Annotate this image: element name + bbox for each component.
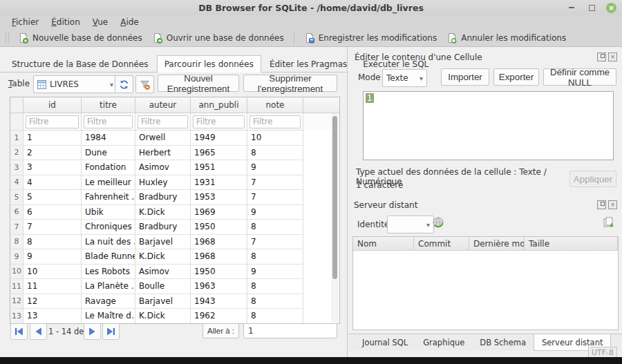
- cell[interactable]: 10: [23, 265, 82, 280]
- cell[interactable]: 1984: [82, 131, 135, 146]
- cell[interactable]: 7: [247, 175, 303, 191]
- cell[interactable]: 8: [23, 235, 82, 250]
- table-row[interactable]: 8 8 La nuit des … Barjavel 1968 7: [10, 235, 339, 250]
- cell[interactable]: 8: [247, 309, 303, 324]
- cell[interactable]: 1951: [191, 160, 247, 175]
- panel-splitter[interactable]: [347, 46, 348, 357]
- corner-header[interactable]: [10, 97, 23, 113]
- menu-vue[interactable]: Vue: [86, 16, 114, 28]
- cell[interactable]: Blade Runner: [82, 249, 135, 265]
- cell[interactable]: 7: [23, 220, 82, 235]
- column-header-note[interactable]: note: [247, 97, 303, 113]
- cell[interactable]: Dune: [82, 146, 135, 161]
- cell[interactable]: 7: [247, 235, 303, 250]
- table-row[interactable]: 11 11 La Planète … Boulle 1963 8: [10, 279, 339, 294]
- tab-edit-pragmas[interactable]: Éditer les Pragmas: [262, 55, 355, 73]
- cell[interactable]: Boulle: [135, 279, 191, 294]
- remote-column-taille[interactable]: Taille: [525, 237, 618, 250]
- scrollbar-thumb[interactable]: [332, 116, 337, 279]
- float-dock-icon[interactable]: [597, 52, 606, 61]
- cell[interactable]: Le Maître d…: [82, 309, 135, 324]
- cell[interactable]: Fondation: [82, 160, 135, 175]
- cell[interactable]: 1963: [191, 279, 247, 294]
- cell[interactable]: Ravage: [82, 294, 135, 309]
- cell[interactable]: Asimov: [135, 160, 191, 175]
- apply-button[interactable]: Appliquer: [569, 171, 616, 187]
- cell-content-editor[interactable]: 1: [363, 91, 614, 160]
- cell[interactable]: 1950: [191, 265, 247, 280]
- cell[interactable]: 1965: [191, 146, 247, 161]
- close-button[interactable]: ×: [606, 3, 616, 13]
- menu-edition[interactable]: Édition: [45, 16, 86, 28]
- cell[interactable]: 11: [23, 279, 82, 294]
- grid-vertical-scrollbar[interactable]: [331, 113, 339, 323]
- cell[interactable]: Chroniques …: [82, 220, 135, 235]
- cell[interactable]: 1949: [191, 131, 247, 146]
- table-row[interactable]: 2 2 Dune Herbert 1965 8: [10, 146, 339, 161]
- cell[interactable]: Orwell: [135, 131, 191, 146]
- remote-column-nom[interactable]: Nom: [353, 237, 414, 250]
- float-dock-icon[interactable]: [597, 200, 606, 209]
- toolbar-drag-handle[interactable]: [6, 32, 9, 43]
- cell[interactable]: 4: [23, 175, 82, 191]
- goto-page-input[interactable]: 1: [243, 323, 337, 338]
- table-selector[interactable]: LIVRES ▾: [33, 75, 117, 93]
- cell[interactable]: La Planète …: [82, 279, 135, 294]
- import-button[interactable]: Importer: [441, 68, 489, 86]
- cell[interactable]: Barjavel: [135, 294, 191, 309]
- delete-record-button[interactable]: Supprimer l'enregistrement: [243, 75, 337, 92]
- cell[interactable]: Herbert: [135, 146, 191, 161]
- cell[interactable]: 1969: [191, 205, 247, 220]
- minimize-button[interactable]: [566, 2, 577, 13]
- cell[interactable]: 13: [23, 309, 82, 324]
- table-row[interactable]: 6 6 Ubik K.Dick 1969 9: [10, 205, 339, 220]
- filter-input-ann-publi[interactable]: [193, 115, 245, 128]
- goto-page-button[interactable]: Aller à :: [202, 323, 239, 338]
- cell[interactable]: 2: [23, 146, 82, 161]
- cell[interactable]: Bradbury: [135, 190, 191, 205]
- refresh-button[interactable]: [115, 75, 133, 93]
- column-header-auteur[interactable]: auteur: [135, 97, 191, 113]
- menu-fichier[interactable]: Fichier: [6, 16, 45, 28]
- cell[interactable]: 8: [247, 146, 303, 161]
- cell[interactable]: 8: [247, 279, 303, 294]
- table-row[interactable]: 5 5 Fahrenheit … Bradbury 1953 7: [10, 190, 339, 205]
- cell[interactable]: Le meilleur …: [82, 175, 135, 191]
- cell[interactable]: 3: [23, 160, 82, 175]
- cell[interactable]: 7: [247, 190, 303, 205]
- clear-filters-button[interactable]: [135, 75, 154, 93]
- cell[interactable]: 6: [23, 205, 82, 220]
- column-header-titre[interactable]: titre: [82, 97, 135, 113]
- cell[interactable]: 9: [23, 249, 82, 265]
- cell[interactable]: 8: [247, 249, 303, 265]
- column-header-id[interactable]: id: [23, 97, 82, 113]
- new-database-button[interactable]: Nouvelle base de données: [13, 31, 147, 45]
- cell[interactable]: Ubik: [82, 205, 135, 220]
- close-dock-icon[interactable]: ×: [608, 200, 617, 209]
- cell[interactable]: 1: [23, 131, 82, 146]
- column-header-ann-publi[interactable]: ann_publi: [191, 97, 247, 113]
- cell[interactable]: 8: [247, 220, 303, 235]
- close-dock-icon[interactable]: ×: [608, 52, 617, 61]
- revert-changes-button[interactable]: Annuler les modifications: [442, 31, 571, 45]
- filter-input-note[interactable]: [249, 115, 301, 128]
- next-page-button[interactable]: [84, 323, 101, 340]
- set-null-button[interactable]: Définir comme NULL: [543, 68, 616, 86]
- cell[interactable]: K.Dick: [135, 205, 191, 220]
- cell[interactable]: Les Robots: [82, 265, 135, 280]
- menu-aide[interactable]: Aide: [114, 16, 145, 28]
- cell[interactable]: K.Dick: [135, 309, 191, 324]
- cell[interactable]: Fahrenheit …: [82, 190, 135, 205]
- table-row[interactable]: 7 7 Chroniques … Bradbury 1950 8: [10, 220, 339, 235]
- titlebar[interactable]: DB Browser for SQLite - /home/david/db_l…: [0, 0, 622, 16]
- cell[interactable]: Huxley: [135, 175, 191, 191]
- cell[interactable]: 8: [247, 294, 303, 309]
- cell[interactable]: 1962: [191, 309, 247, 324]
- cell[interactable]: Barjavel: [135, 235, 191, 250]
- cell[interactable]: 1943: [191, 294, 247, 309]
- first-page-button[interactable]: [10, 323, 28, 340]
- table-row[interactable]: 9 9 Blade Runner K.Dick 1968 8: [10, 249, 339, 265]
- cell[interactable]: 1931: [191, 175, 247, 191]
- tab-execute-sql[interactable]: Exécuter le SQL: [355, 55, 436, 73]
- table-row[interactable]: 13 13 Le Maître d… K.Dick 1962 8: [10, 309, 339, 324]
